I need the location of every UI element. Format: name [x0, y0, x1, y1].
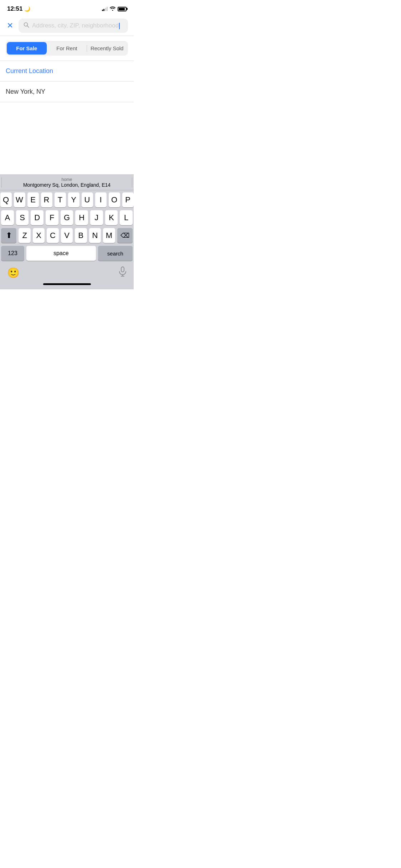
tab-recently-sold[interactable]: Recently Sold: [87, 42, 127, 55]
predictive-bar: home Montgomery Sq, London, England, E14: [0, 174, 134, 190]
key-j[interactable]: J: [90, 210, 103, 225]
key-g[interactable]: G: [61, 210, 73, 225]
key-row-1: Q W E R T Y U I O P: [1, 192, 133, 207]
moon-icon: 🌙: [24, 6, 30, 12]
predictive-label: home: [2, 177, 132, 182]
key-i[interactable]: I: [95, 192, 107, 207]
key-e[interactable]: E: [27, 192, 39, 207]
key-c[interactable]: C: [47, 228, 58, 243]
key-rows: Q W E R T Y U I O P A S D F G H J K L ⬆ …: [0, 190, 134, 261]
search-input-display[interactable]: Address, city, ZIP, neighborhood: [32, 22, 123, 29]
search-header: ✕ Address, city, ZIP, neighborhood: [0, 16, 134, 36]
key-s[interactable]: S: [16, 210, 29, 225]
tab-for-sale[interactable]: For Sale: [7, 42, 47, 55]
key-m[interactable]: M: [103, 228, 115, 243]
key-h[interactable]: H: [75, 210, 88, 225]
key-row-3: ⬆ Z X C V B N M ⌫: [1, 228, 133, 243]
tab-for-rent[interactable]: For Rent: [47, 42, 87, 55]
search-bar[interactable]: Address, city, ZIP, neighborhood: [19, 19, 128, 33]
svg-rect-2: [121, 267, 124, 272]
recent-search-item[interactable]: New York, NY: [0, 82, 134, 102]
filter-tabs: For Sale For Rent Recently Sold: [6, 41, 128, 56]
key-l[interactable]: L: [120, 210, 133, 225]
key-k[interactable]: K: [105, 210, 118, 225]
key-b[interactable]: B: [75, 228, 87, 243]
predictive-main-text: Montgomery Sq, London, England, E14: [2, 182, 132, 188]
battery-icon: [118, 7, 127, 11]
key-p[interactable]: P: [122, 192, 134, 207]
emoji-button[interactable]: 🙂: [7, 267, 20, 279]
key-y[interactable]: Y: [68, 192, 79, 207]
delete-key[interactable]: ⌫: [117, 228, 133, 243]
key-x[interactable]: X: [33, 228, 45, 243]
keyboard-bottom-bar: 🙂: [0, 264, 134, 281]
status-icons: [102, 6, 127, 12]
search-icon: [24, 22, 29, 29]
keyboard: home Montgomery Sq, London, England, E14…: [0, 174, 134, 289]
key-q[interactable]: Q: [0, 192, 12, 207]
wifi-icon: [110, 6, 115, 12]
close-button[interactable]: ✕: [6, 21, 14, 30]
current-location-item[interactable]: Current Location: [0, 61, 134, 82]
shift-key[interactable]: ⬆: [1, 228, 16, 243]
key-z[interactable]: Z: [19, 228, 30, 243]
svg-line-1: [27, 26, 29, 28]
microphone-button[interactable]: [119, 267, 127, 279]
key-w[interactable]: W: [14, 192, 25, 207]
predictive-suggestion[interactable]: home Montgomery Sq, London, England, E14: [2, 177, 132, 188]
signal-icon: [102, 7, 108, 11]
key-u[interactable]: U: [82, 192, 93, 207]
search-key[interactable]: search: [98, 246, 133, 261]
space-key[interactable]: space: [26, 246, 96, 261]
key-o[interactable]: O: [109, 192, 120, 207]
status-bar: 12:51 🌙: [0, 0, 134, 16]
key-a[interactable]: A: [1, 210, 14, 225]
key-t[interactable]: T: [55, 192, 66, 207]
key-row-2: A S D F G H J K L: [1, 210, 133, 225]
search-placeholder: Address, city, ZIP, neighborhood: [32, 22, 119, 29]
key-d[interactable]: D: [31, 210, 43, 225]
key-n[interactable]: N: [89, 228, 101, 243]
numbers-key[interactable]: 123: [1, 246, 24, 261]
home-bar: [43, 283, 91, 285]
cursor: [119, 23, 120, 29]
key-f[interactable]: F: [46, 210, 58, 225]
key-r[interactable]: R: [41, 192, 52, 207]
predictive-divider-right: [132, 177, 132, 188]
key-v[interactable]: V: [61, 228, 73, 243]
key-row-4: 123 space search: [1, 246, 133, 261]
home-indicator: [0, 281, 134, 288]
time-display: 12:51: [7, 5, 22, 12]
status-time: 12:51 🌙: [7, 5, 30, 12]
